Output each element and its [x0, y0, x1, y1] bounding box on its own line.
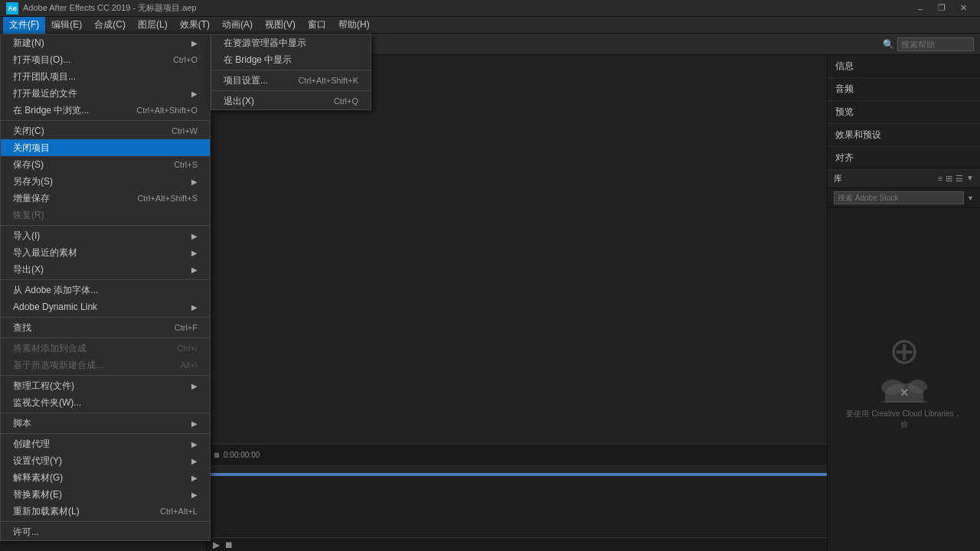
maximize-button[interactable]: ❐ — [931, 0, 952, 17]
menu-add-fonts[interactable]: 从 Adobe 添加字体... — [1, 282, 210, 298]
right-panel-library-header: 库 ≡ ⊞ ☰ ▼ — [828, 170, 980, 188]
right-panel-info[interactable]: 信息 — [828, 55, 980, 78]
stock-search-dropdown-icon[interactable]: ▼ — [967, 194, 974, 202]
menu-import-arrow: ▶ — [191, 232, 198, 240]
menu-set-proxy[interactable]: 设置代理(Y) ▶ — [1, 452, 210, 469]
menu-import-recent[interactable]: 导入最近的素材 ▶ — [1, 244, 210, 261]
menu-find[interactable]: 查找 Ctrl+F — [1, 319, 210, 336]
menu-bar-item-effect[interactable]: 效果(T) — [174, 17, 216, 34]
file-dropdown-container[interactable]: 新建(N) ▶ 打开项目(O)... Ctrl+O 打开团队项目... 打开最近… — [0, 34, 211, 541]
bridge-exit[interactable]: 退出(X) Ctrl+Q — [211, 93, 371, 109]
bridge-project-settings[interactable]: 项目设置... Ctrl+Alt+Shift+K — [211, 72, 371, 89]
menu-consolidate[interactable]: 整理工程(文件) ▶ — [1, 377, 210, 394]
menu-interpret-footage[interactable]: 解释素材(G) ▶ — [1, 469, 210, 486]
menu-replace-footage[interactable]: 替换素材(E) ▶ — [1, 486, 210, 503]
toolbar-right: 🔍 — [883, 37, 974, 51]
timeline-layers-area — [207, 476, 827, 537]
menu-bar-item-help[interactable]: 帮助(H) — [332, 17, 376, 34]
app-icon: Ae — [6, 2, 18, 15]
library-description: 要使用 Creative Cloud Libraries，你 — [843, 409, 965, 430]
menu-bar-item-view[interactable]: 视图(V) — [259, 17, 302, 34]
menu-create-proxy-arrow: ▶ — [191, 440, 198, 448]
sep7 — [1, 412, 210, 413]
library-detail-icon[interactable]: ☰ — [956, 174, 963, 184]
menu-adobe-dynamic-link[interactable]: Adobe Dynamic Link ▶ — [1, 298, 210, 315]
menu-bar-item-composition[interactable]: 合成(C) — [88, 17, 132, 34]
search-input[interactable] — [897, 37, 974, 51]
timeline-ruler — [207, 465, 827, 476]
timeline-controls-bar: ⏹ 0:00:00:00 — [207, 444, 827, 465]
right-panel-audio[interactable]: 音频 — [828, 78, 980, 101]
menu-add-footage-to-comp: 将素材添加到合成 Ctrl+/ — [1, 340, 210, 357]
sep3 — [1, 279, 210, 280]
menu-scripts-arrow: ▶ — [191, 419, 198, 428]
title-bar-controls: – ❐ ✕ — [910, 0, 974, 17]
menu-open-recent[interactable]: 打开最近的文件 ▶ — [1, 85, 210, 102]
timeline-progress-bar — [207, 473, 827, 476]
title-bar: Ae Adobe After Effects CC 2019 - 无标题项目.a… — [0, 0, 980, 17]
menu-new[interactable]: 新建(N) ▶ — [1, 34, 210, 51]
menu-export-arrow: ▶ — [191, 266, 198, 274]
bridge-sep2 — [211, 90, 371, 91]
menu-watch-folder[interactable]: 监视文件夹(W)... — [1, 394, 210, 411]
menu-open-recent-arrow: ▶ — [191, 90, 198, 98]
sep6 — [1, 375, 210, 376]
right-panel-preview[interactable]: 预览 — [828, 101, 980, 124]
stop-icon[interactable]: ⏹ — [224, 540, 234, 550]
library-list-icon[interactable]: ≡ — [938, 174, 942, 184]
menu-new-arrow: ▶ — [191, 39, 198, 47]
menu-import-recent-arrow: ▶ — [191, 249, 198, 257]
menu-close-project[interactable]: 关闭项目 — [1, 139, 210, 156]
right-panel: 信息 音频 预览 效果和预设 对齐 库 ≡ ⊞ ☰ ▼ ▼ ⊕ — [827, 55, 980, 551]
menu-reload-footage[interactable]: 重新加载素材(L) Ctrl+Alt+L — [1, 503, 210, 520]
menu-browse-bridge[interactable]: 在 Bridge 中浏览... Ctrl+Alt+Shift+O — [1, 102, 210, 119]
library-header-icons: ≡ ⊞ ☰ ▼ — [938, 174, 974, 184]
sep1 — [1, 120, 210, 121]
play-icon[interactable]: ▶ — [213, 540, 220, 550]
adobe-stock-search-input[interactable] — [834, 191, 964, 204]
sep9 — [1, 521, 210, 522]
menu-bar: 文件(F)编辑(E)合成(C)图层(L)效果(T)动画(A)视图(V)窗口帮助(… — [0, 17, 980, 34]
bridge-show-explorer[interactable]: 在资源管理器中显示 — [211, 34, 371, 51]
creative-cloud-icon: ✕ — [881, 372, 927, 403]
menu-open-team[interactable]: 打开团队项目... — [1, 68, 210, 85]
timeline-icon: ⏹ — [213, 451, 220, 459]
menu-new-comp-from-selection: 基于所选项新建合成... Alt+\ — [1, 357, 210, 373]
title-bar-left: Ae Adobe After Effects CC 2019 - 无标题项目.a… — [6, 2, 197, 15]
menu-import[interactable]: 导入(I) ▶ — [1, 227, 210, 244]
menu-close[interactable]: 关闭(C) Ctrl+W — [1, 122, 210, 139]
menu-adobe-dynamic-link-arrow: ▶ — [191, 303, 198, 311]
menu-revert: 恢复(R) — [1, 207, 210, 223]
title-text: Adobe After Effects CC 2019 - 无标题项目.aep — [23, 2, 197, 14]
bridge-context-submenu[interactable]: 在资源管理器中显示 在 Bridge 中显示 项目设置... Ctrl+Alt+… — [211, 34, 371, 110]
menu-bar-item-window[interactable]: 窗口 — [302, 17, 332, 34]
menu-scripts[interactable]: 脚本 ▶ — [1, 415, 210, 432]
timecode: 0:00:00:00 — [224, 451, 260, 459]
menu-save[interactable]: 保存(S) Ctrl+S — [1, 156, 210, 173]
library-grid-icon[interactable]: ⊞ — [946, 174, 952, 184]
bridge-sep — [211, 70, 371, 70]
menu-export[interactable]: 导出(X) ▶ — [1, 261, 210, 278]
library-dropdown-icon[interactable]: ▼ — [966, 174, 974, 184]
menu-bar-item-file[interactable]: 文件(F) — [3, 17, 45, 34]
menu-license[interactable]: 许可... — [1, 523, 210, 540]
minimize-button[interactable]: – — [910, 0, 931, 17]
menu-consolidate-arrow: ▶ — [191, 382, 198, 390]
menu-bar-item-animation[interactable]: 动画(A) — [216, 17, 259, 34]
bridge-show-bridge[interactable]: 在 Bridge 中显示 — [211, 51, 371, 68]
preview-area — [207, 55, 827, 444]
menu-open-project[interactable]: 打开项目(O)... Ctrl+O — [1, 51, 210, 68]
close-button[interactable]: ✕ — [952, 0, 974, 17]
menu-increment-save[interactable]: 增量保存 Ctrl+Alt+Shift+S — [1, 190, 210, 207]
adobe-stock-search: ▼ — [828, 188, 980, 208]
right-panel-effects-presets[interactable]: 效果和预设 — [828, 124, 980, 147]
menu-bar-item-edit[interactable]: 编辑(E) — [45, 17, 88, 34]
right-panel-align[interactable]: 对齐 — [828, 147, 980, 170]
menu-bar-item-layer[interactable]: 图层(L) — [132, 17, 174, 34]
sep5 — [1, 337, 210, 338]
library-label: 库 — [834, 173, 842, 184]
sep8 — [1, 433, 210, 434]
playback-controls: ▶ ⏹ — [207, 537, 827, 551]
menu-create-proxy[interactable]: 创建代理 ▶ — [1, 435, 210, 452]
menu-save-as[interactable]: 另存为(S) ▶ — [1, 173, 210, 190]
